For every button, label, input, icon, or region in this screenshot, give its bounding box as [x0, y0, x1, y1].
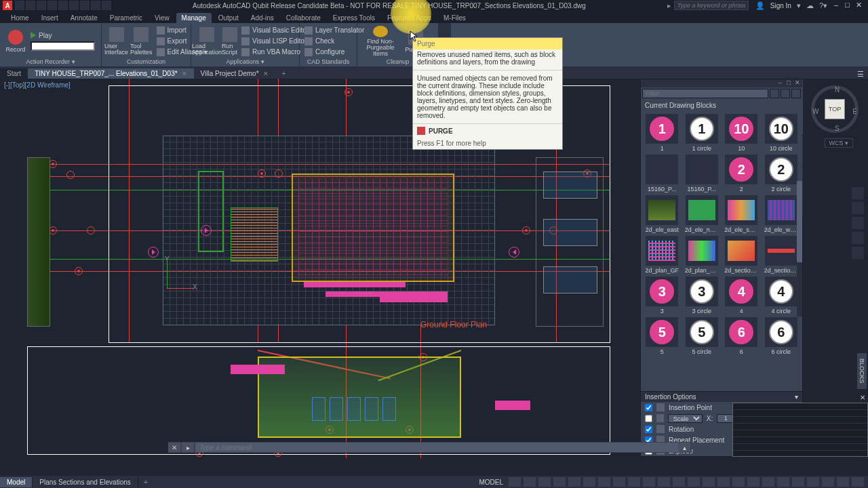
block-item[interactable]: 15160_P... — [684, 155, 721, 192]
status-polar-icon[interactable] — [553, 477, 566, 487]
block-item[interactable]: 66 — [723, 317, 760, 355]
ribbon-tab-home[interactable]: Home — [5, 13, 35, 23]
block-item[interactable]: 44 circle — [763, 277, 800, 314]
block-item[interactable]: 1010 circle — [763, 114, 800, 152]
nav-zoom-icon[interactable] — [852, 217, 864, 229]
canvas-area[interactable]: Ground Floor Plan — [27, 79, 659, 457]
palette-view-grid-icon[interactable] — [781, 89, 790, 98]
app-menu-icon[interactable]: A — [3, 1, 12, 10]
qat-new-icon[interactable] — [15, 1, 24, 10]
command-input[interactable] — [195, 443, 678, 452]
status-isolate-icon[interactable] — [807, 477, 819, 487]
status-grid-icon[interactable] — [509, 477, 521, 487]
palette-close-icon[interactable]: ✕ — [794, 79, 801, 86]
qat-open-icon[interactable] — [26, 1, 35, 10]
qat-undo-icon[interactable] — [69, 1, 79, 10]
signin-label[interactable]: Sign In — [770, 2, 791, 9]
qat-redo-icon[interactable] — [80, 1, 90, 10]
ribbon-tab-m-files[interactable]: M-Files — [438, 13, 471, 23]
status-dyn-icon[interactable] — [598, 477, 610, 487]
record-button[interactable]: Record — [3, 26, 28, 57]
block-item[interactable]: 33 — [644, 277, 681, 314]
viewcube-top[interactable]: TOP — [825, 99, 845, 119]
block-item[interactable]: 66 circle — [763, 317, 800, 355]
status-otrack-icon[interactable] — [583, 477, 595, 487]
ribbon-tab-view[interactable]: View — [149, 13, 175, 23]
cloud-icon[interactable]: ☁ — [806, 1, 814, 10]
block-item[interactable]: 55 circle — [684, 317, 721, 355]
nav-orbit-icon[interactable] — [852, 232, 864, 244]
qat-print-icon[interactable] — [91, 1, 100, 10]
scale-checkbox[interactable] — [645, 415, 652, 422]
nav-pan-icon[interactable] — [852, 202, 864, 214]
block-item[interactable]: 55 — [644, 317, 681, 355]
status-workspace-icon[interactable] — [732, 477, 745, 487]
infocenter-search-input[interactable] — [674, 1, 749, 10]
file-tab-1[interactable]: TINY HOUSE_TRP007_... Elevations_01_D03*… — [28, 68, 193, 79]
ribbon-tab-output[interactable]: Output — [213, 13, 244, 23]
file-tab-2[interactable]: Villa Project Demo*✕ — [194, 68, 275, 79]
block-item[interactable]: 11 circle — [684, 114, 721, 152]
maximize-icon[interactable]: □ — [845, 1, 854, 10]
search-dropdown-icon[interactable]: ▸ — [667, 1, 671, 10]
qat-save-icon[interactable] — [37, 1, 46, 10]
status-osnap-icon[interactable] — [568, 477, 580, 487]
status-lwt-icon[interactable] — [613, 477, 625, 487]
panel-label-actionrecorder[interactable]: Action Recorder ▾ — [3, 58, 98, 65]
ribbon-tab-collaborate[interactable]: Collaborate — [281, 13, 326, 23]
palette-dock-icon[interactable]: – — [776, 79, 783, 86]
block-item[interactable]: 2d_ele_south — [723, 195, 760, 233]
new-file-tab-button[interactable]: + — [275, 68, 293, 79]
find-nonpurgeable-button[interactable]: Find Non-Purgeable Items — [360, 26, 401, 57]
ribbon-tab-express-tools[interactable]: Express Tools — [328, 13, 380, 23]
status-ortho-icon[interactable] — [538, 477, 551, 487]
nav-showmotion-icon[interactable] — [852, 247, 864, 259]
status-annoscale-icon[interactable] — [717, 477, 730, 487]
block-item[interactable]: 2d_section... — [763, 236, 800, 274]
run-script-button[interactable]: Run Script — [222, 26, 237, 57]
help-icon[interactable]: ?▾ — [819, 1, 827, 10]
blocks-palette-title[interactable]: BLOCKS — [857, 353, 867, 389]
play-button[interactable]: Play — [31, 32, 95, 39]
block-item[interactable]: 2d_plan_m... — [684, 236, 721, 274]
app-store-icon[interactable]: ▾ — [797, 1, 801, 10]
cmdline-expand-icon[interactable]: ▴ — [678, 443, 690, 452]
ribbon-tab-manage[interactable]: Manage — [176, 13, 212, 23]
ribbon-tab-annotate[interactable]: Annotate — [65, 13, 103, 23]
minimize-icon[interactable]: – — [834, 1, 844, 10]
cmdline-history-icon[interactable]: ▸ — [182, 443, 194, 452]
action-name-input[interactable] — [31, 41, 95, 51]
viewcube-west[interactable]: W — [812, 108, 818, 115]
rotation-checkbox[interactable] — [645, 426, 652, 433]
block-item[interactable]: 15160_P... — [644, 155, 681, 192]
status-hardware-icon[interactable] — [822, 477, 834, 487]
insertion-point-checkbox[interactable] — [645, 404, 652, 411]
new-layout-tab-button[interactable]: + — [138, 478, 153, 486]
qat-saveas-icon[interactable] — [47, 1, 57, 10]
block-item[interactable]: 2d_ele_north — [684, 195, 721, 233]
viewcube-south[interactable]: S — [835, 125, 840, 132]
command-line[interactable]: ✕ ▸ ▴ — [168, 442, 692, 453]
block-item[interactable]: 11 — [644, 114, 681, 152]
ribbon-tab-insert[interactable]: Insert — [36, 13, 64, 23]
palette-max-icon[interactable]: □ — [785, 79, 792, 86]
palette-settings-icon[interactable] — [791, 89, 801, 98]
status-quickprops-icon[interactable] — [777, 477, 789, 487]
status-customize-icon[interactable] — [852, 477, 864, 487]
scale-select[interactable]: Scale — [668, 414, 703, 423]
block-item[interactable]: 2d_plan_GF — [644, 236, 681, 274]
filetabs-menu-icon[interactable]: ☰ — [853, 70, 868, 79]
ribbon-tab-featured-apps[interactable]: Featured Apps — [382, 13, 437, 23]
wcs-dropdown[interactable]: WCS ▾ — [825, 138, 854, 148]
status-dynucs-icon[interactable] — [673, 477, 685, 487]
nav-wheel-icon[interactable] — [852, 187, 864, 199]
options-collapse-icon[interactable]: ▾ — [795, 393, 798, 401]
status-cycling-icon[interactable] — [643, 477, 655, 487]
ribbon-tab-add-ins[interactable]: Add-ins — [245, 13, 279, 23]
close-icon[interactable]: ✕ — [856, 1, 865, 10]
signin-icon[interactable]: 👤 — [755, 1, 765, 10]
status-cleanscreen-icon[interactable] — [837, 477, 849, 487]
tool-palettes-button[interactable]: Tool Palettes — [130, 26, 153, 57]
status-3dosnap-icon[interactable] — [658, 477, 670, 487]
cmdline-close-icon[interactable]: ✕ — [168, 443, 180, 452]
